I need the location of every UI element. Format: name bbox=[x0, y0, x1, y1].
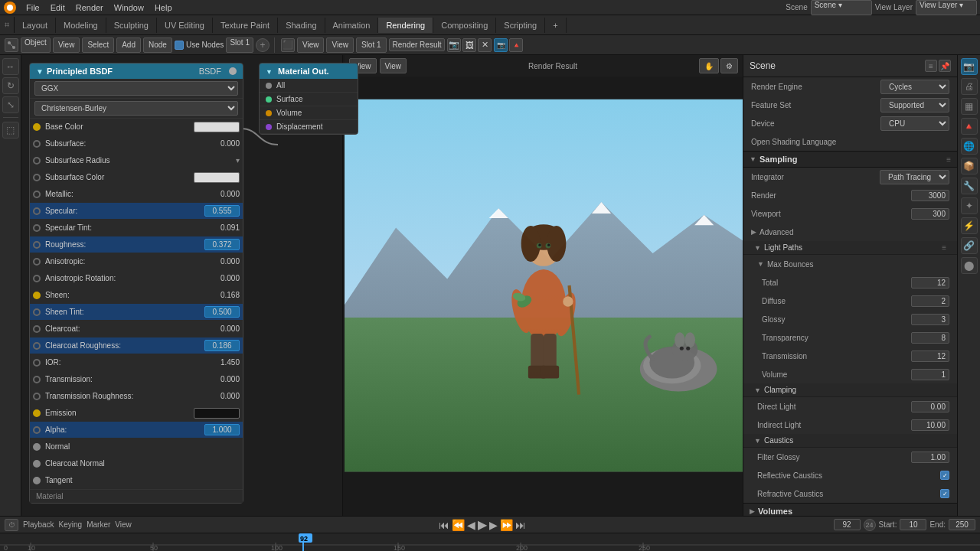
specular-tint-socket[interactable] bbox=[33, 224, 41, 232]
transmission-roughness-socket[interactable] bbox=[33, 393, 41, 400]
caustics-section[interactable]: ▼ Caustics bbox=[743, 434, 957, 448]
use-nodes-checkbox[interactable] bbox=[175, 41, 184, 50]
view-layer-dropdown[interactable]: View Layer ▾ bbox=[916, 0, 977, 15]
add-button[interactable]: Add bbox=[116, 37, 141, 53]
sheen-tint-socket[interactable] bbox=[33, 308, 41, 316]
feature-set-dropdown[interactable]: Supported bbox=[880, 98, 949, 112]
tab-texture-paint[interactable]: Texture Paint bbox=[213, 18, 278, 33]
world-properties-tab[interactable]: 🌐 bbox=[961, 138, 978, 155]
anisotropic-rotation-value[interactable]: 0.000 bbox=[209, 274, 240, 282]
subsurface-color-swatch[interactable] bbox=[194, 172, 240, 183]
tab-animation[interactable]: Animation bbox=[325, 18, 379, 33]
render-icon-1[interactable]: 📷 bbox=[447, 38, 461, 52]
render-engine-dropdown[interactable]: Cycles bbox=[880, 80, 949, 94]
roughness-socket[interactable] bbox=[33, 241, 41, 249]
sampling-settings-icon[interactable]: ≡ bbox=[946, 155, 951, 164]
physics-properties-tab[interactable]: ⚡ bbox=[961, 217, 978, 234]
specular-socket[interactable] bbox=[33, 207, 41, 215]
tab-shading[interactable]: Shading bbox=[278, 18, 325, 33]
metallic-value[interactable]: 0.000 bbox=[209, 190, 240, 198]
anisotropic-socket[interactable] bbox=[33, 258, 41, 266]
clearcoat-normal-socket[interactable] bbox=[33, 460, 41, 468]
play-btn[interactable]: ▶ bbox=[478, 517, 487, 532]
jump-to-end-btn[interactable]: ⏭ bbox=[515, 519, 526, 531]
left-icon-4[interactable]: ⬚ bbox=[2, 122, 19, 139]
left-icon-2[interactable]: ↻ bbox=[2, 77, 19, 94]
device-dropdown[interactable]: CPU bbox=[880, 116, 949, 131]
viewport-view-button[interactable]: View bbox=[297, 37, 325, 53]
tab-uv-editing[interactable]: UV Editing bbox=[157, 18, 213, 33]
select-button[interactable]: Select bbox=[82, 37, 114, 53]
glossy-input[interactable] bbox=[911, 314, 949, 325]
subsurface-radius-socket[interactable] bbox=[33, 157, 41, 165]
properties-render-icon[interactable]: 📷 bbox=[494, 38, 508, 52]
tab-sculpting[interactable]: Sculpting bbox=[106, 18, 157, 33]
node-editor[interactable]: ▼ Principled BSDF BSDF GGX Christensen-B… bbox=[21, 55, 343, 516]
mode-dropdown[interactable]: Object bbox=[21, 37, 51, 53]
help-menu[interactable]: Help bbox=[150, 2, 177, 14]
rpanel-settings-icon[interactable]: ≡ bbox=[925, 60, 937, 72]
output-properties-tab[interactable]: 🖨 bbox=[961, 78, 978, 95]
sheen-value[interactable]: 0.168 bbox=[209, 291, 240, 299]
left-icon-1[interactable]: ↔ bbox=[2, 58, 19, 75]
view-menu-tl[interactable]: View bbox=[115, 520, 132, 529]
transmission-bounces-input[interactable] bbox=[911, 350, 949, 362]
principled-bsdf-node[interactable]: ▼ Principled BSDF BSDF GGX Christensen-B… bbox=[29, 63, 243, 504]
editor-type-icon[interactable] bbox=[5, 38, 18, 52]
render-header-view2-btn[interactable]: View bbox=[380, 58, 407, 73]
transmission-value[interactable]: 0.000 bbox=[209, 375, 240, 383]
ggx-dropdown[interactable]: GGX bbox=[34, 81, 238, 96]
integrator-dropdown[interactable]: Path Tracing bbox=[880, 170, 949, 184]
transmission-roughness-value[interactable]: 0.000 bbox=[209, 392, 240, 400]
view-button[interactable]: View bbox=[53, 37, 80, 53]
cb-dropdown[interactable]: Christensen-Burley bbox=[34, 101, 238, 116]
transmission-socket[interactable] bbox=[33, 376, 41, 383]
tab-modeling[interactable]: Modeling bbox=[56, 18, 106, 33]
subsurface-color-socket[interactable] bbox=[33, 174, 41, 181]
specular-tint-value[interactable]: 0.091 bbox=[209, 223, 240, 232]
start-frame-input[interactable] bbox=[900, 519, 926, 530]
render-viewport[interactable]: View View Render Result ✋ ⚙ bbox=[345, 55, 743, 516]
scene-dropdown[interactable]: Scene ▾ bbox=[811, 0, 872, 15]
tab-compositing[interactable]: Compositing bbox=[433, 18, 496, 33]
material-properties-tab[interactable]: ⬤ bbox=[961, 257, 978, 274]
tab-plus[interactable]: + bbox=[545, 18, 566, 33]
marker-menu[interactable]: Marker bbox=[87, 520, 110, 529]
mat-out-tri[interactable]: ▼ bbox=[266, 68, 273, 76]
total-input[interactable] bbox=[911, 277, 949, 289]
scene-properties-tab[interactable]: 🔺 bbox=[961, 118, 978, 135]
roughness-value-input[interactable]: 0.372 bbox=[204, 239, 240, 250]
window-menu[interactable]: Window bbox=[109, 2, 149, 14]
object-properties-tab[interactable]: 📦 bbox=[961, 158, 978, 174]
keying-menu[interactable]: Keying bbox=[59, 520, 83, 529]
add-material-button[interactable]: + bbox=[256, 38, 270, 52]
direct-light-input[interactable] bbox=[911, 401, 949, 412]
diffuse-input[interactable] bbox=[911, 295, 949, 307]
render-samples-input[interactable] bbox=[911, 190, 949, 201]
viewport-samples-input[interactable] bbox=[911, 208, 949, 220]
next-frame-btn[interactable]: ⏩ bbox=[500, 519, 513, 531]
clearcoat-roughness-value-input[interactable]: 0.186 bbox=[204, 340, 240, 351]
clearcoat-socket[interactable] bbox=[33, 325, 41, 333]
render-icon-x[interactable]: ✕ bbox=[478, 38, 492, 52]
constraint-properties-tab[interactable]: 🔗 bbox=[961, 237, 978, 254]
edit-menu[interactable]: Edit bbox=[46, 2, 70, 14]
max-bounces-row[interactable]: ▼ Max Bounces bbox=[743, 255, 957, 273]
clearcoat-roughness-socket[interactable] bbox=[33, 342, 41, 350]
anisotropic-rotation-socket[interactable] bbox=[33, 275, 41, 282]
ior-value[interactable]: 1.450 bbox=[209, 358, 240, 367]
jump-to-start-btn[interactable]: ⏮ bbox=[439, 519, 449, 531]
sheen-tint-value-input[interactable]: 0.500 bbox=[204, 306, 240, 318]
subsurface-value[interactable]: 0.000 bbox=[209, 139, 240, 148]
anisotropic-value[interactable]: 0.000 bbox=[209, 257, 240, 266]
reflective-caustics-checkbox[interactable]: ✓ bbox=[940, 471, 949, 480]
timeline-editor-icon[interactable]: ⏱ bbox=[5, 519, 18, 531]
file-menu[interactable]: File bbox=[21, 2, 44, 14]
current-frame-display[interactable]: 92 bbox=[834, 519, 861, 530]
clearcoat-value[interactable]: 0.000 bbox=[209, 324, 240, 333]
node-collapse-icon[interactable]: ▼ bbox=[36, 67, 44, 76]
playback-menu[interactable]: Playback bbox=[23, 520, 54, 529]
sheen-socket[interactable] bbox=[33, 292, 41, 299]
tab-rendering[interactable]: Rendering bbox=[378, 18, 433, 33]
render-result-button[interactable]: Render Result bbox=[389, 38, 446, 51]
